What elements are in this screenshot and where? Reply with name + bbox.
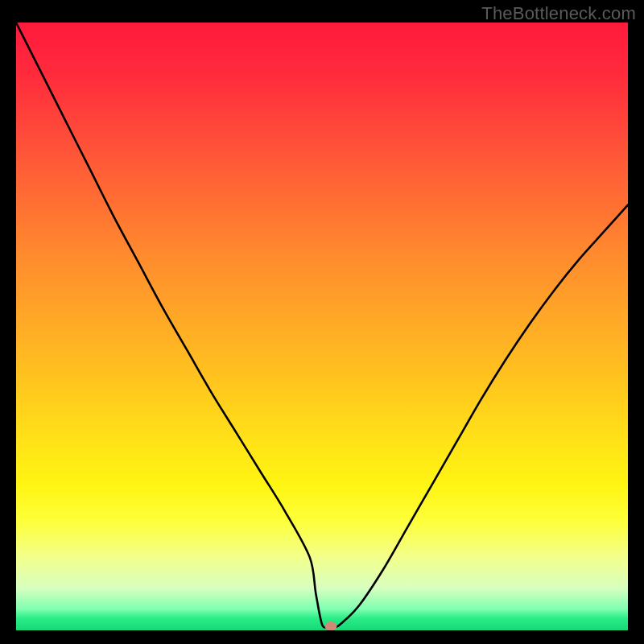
minimum-marker: [325, 621, 337, 630]
plot-area: [16, 23, 628, 630]
chart-frame: TheBottleneck.com: [0, 0, 644, 644]
watermark-text: TheBottleneck.com: [481, 3, 636, 24]
bottleneck-curve: [16, 23, 628, 630]
